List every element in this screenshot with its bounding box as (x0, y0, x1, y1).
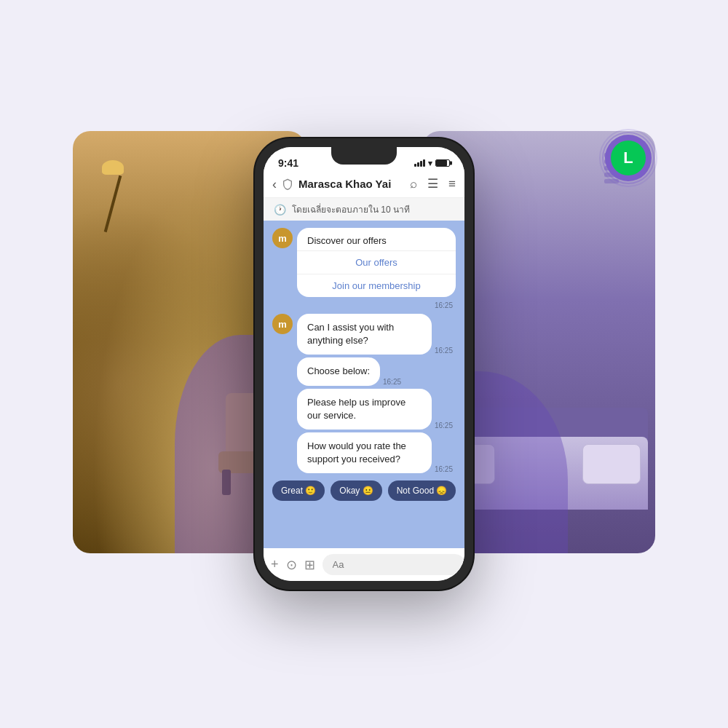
assist-messages: Can I assist you with anything else? 16:… (297, 314, 456, 473)
offer-timestamp: 16:25 (297, 301, 456, 309)
not-good-button[interactable]: Not Good 😞 (388, 480, 456, 501)
our-offers-link[interactable]: Our offers (297, 251, 456, 274)
status-time: 9:41 (278, 157, 298, 169)
lamp-decoration (102, 160, 124, 233)
offer-card-title: Discover our offers (297, 228, 456, 251)
phone-notch (331, 147, 397, 165)
back-button[interactable]: ‹ (272, 178, 277, 191)
line-badge[interactable]: L (605, 135, 652, 181)
shield-icon (281, 177, 294, 191)
bot-avatar: m (272, 228, 293, 248)
channel-name: Marasca Khao Yai (298, 178, 405, 190)
bot-message-row-2: m Can I assist you with anything else? 1… (272, 314, 456, 473)
notes-icon[interactable]: ☰ (427, 176, 438, 191)
offer-card: Discover our offers Our offers Join our … (297, 228, 456, 309)
rate-timestamp: 16:25 (435, 465, 456, 473)
improve-bubble: Please help us improve our service. (297, 389, 432, 430)
okay-button[interactable]: Okay 😐 (331, 480, 381, 501)
battery-icon (435, 159, 450, 167)
response-bar: 🕐 โดยเฉลี่ยจะตอบภายใน 10 นาที (264, 198, 464, 221)
choose-bubble: Choose below: (297, 357, 380, 385)
input-area: + ⊙ ⊞ ☺ 🎤 (264, 548, 464, 581)
status-icons: ▾ (414, 159, 450, 168)
great-button[interactable]: Great 🙂 (272, 480, 325, 501)
plus-icon[interactable]: + (271, 557, 279, 572)
choose-timestamp: 16:25 (383, 378, 404, 386)
wifi-icon: ▾ (428, 159, 432, 168)
phone-screen: 9:41 ▾ ‹ Marasca (264, 147, 464, 581)
header-icons: ⌕ ☰ ≡ (410, 176, 456, 191)
image-icon[interactable]: ⊞ (304, 557, 315, 573)
improve-timestamp: 16:25 (435, 422, 456, 430)
bot-avatar-2: m (272, 314, 293, 334)
bot-message-row-1: m Discover our offers Our offers Join ou… (272, 228, 456, 309)
line-logo-text: L (623, 149, 633, 167)
rating-row: Great 🙂 Okay 😐 Not Good 😞 (272, 480, 456, 501)
rate-bubble: How would you rate the support you recei… (297, 432, 432, 473)
search-icon[interactable]: ⌕ (410, 177, 417, 191)
chat-header: ‹ Marasca Khao Yai ⌕ ☰ ≡ (264, 172, 464, 198)
message-input[interactable] (323, 554, 464, 575)
chat-area[interactable]: m Discover our offers Our offers Join ou… (264, 221, 464, 548)
camera-icon[interactable]: ⊙ (286, 557, 297, 573)
menu-icon[interactable]: ≡ (448, 177, 456, 191)
assist-timestamp: 16:25 (435, 347, 456, 355)
membership-link[interactable]: Join our membership (297, 274, 456, 297)
response-text: โดยเฉลี่ยจะตอบภายใน 10 นาที (292, 202, 410, 216)
clock-icon: 🕐 (274, 204, 286, 215)
assist-bubble: Can I assist you with anything else? (297, 314, 432, 355)
phone-device: 9:41 ▾ ‹ Marasca (255, 138, 473, 590)
signal-icon (414, 159, 425, 167)
offer-card-container: Discover our offers Our offers Join our … (297, 228, 456, 297)
